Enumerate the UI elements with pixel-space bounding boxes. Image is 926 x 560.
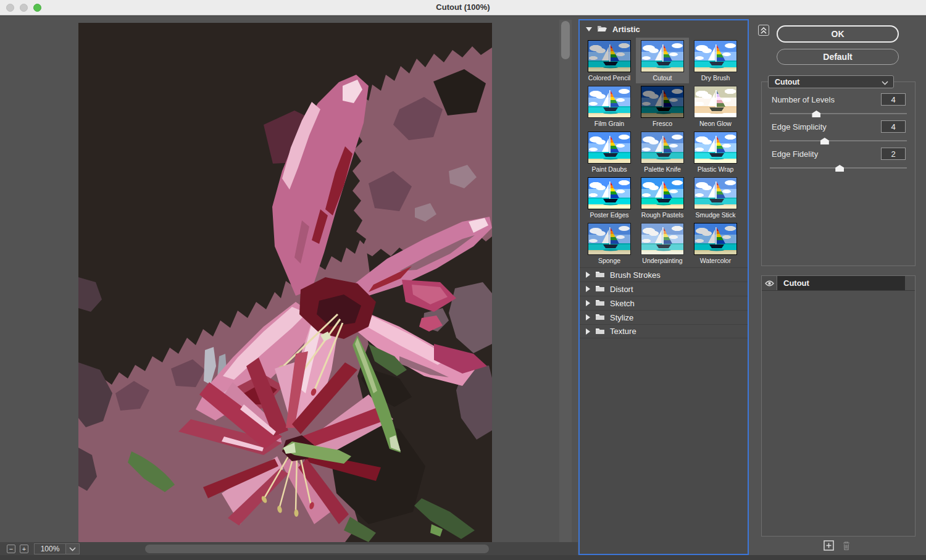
zoom-in-button[interactable]: +	[20, 545, 28, 553]
filter-thumb-film-grain[interactable]: Film Grain	[583, 83, 636, 129]
slider-thumb[interactable]	[820, 138, 829, 144]
filter-thumb-preview	[588, 132, 631, 164]
category-distort[interactable]: Distort	[580, 282, 748, 296]
expand-arrow-icon	[586, 300, 590, 306]
filter-thumb-rough-pastels[interactable]: Rough Pastels	[636, 175, 689, 220]
eye-icon	[765, 278, 774, 289]
filter-thumb-preview	[588, 86, 631, 118]
filter-thumb-preview	[641, 86, 684, 118]
zoom-out-button[interactable]: −	[7, 545, 15, 553]
filter-thumb-paint-daubs[interactable]: Paint Daubs	[583, 129, 636, 175]
slider-value-field[interactable]: 2	[881, 148, 906, 160]
category-label: Distort	[610, 285, 633, 294]
folder-closed-icon	[595, 326, 605, 337]
window-title: Cutout (100%)	[0, 2, 926, 12]
vertical-scrollbar-thumb[interactable]	[561, 21, 570, 59]
slider-thumb[interactable]	[835, 165, 844, 172]
collapse-arrow-icon	[586, 27, 592, 31]
effect-layers-panel: Cutout	[761, 275, 916, 537]
filter-thumb-neon-glow[interactable]: Neon Glow	[689, 83, 742, 129]
layer-actions	[749, 540, 926, 553]
filter-thumb-preview	[588, 223, 631, 255]
folder-closed-icon	[595, 298, 605, 309]
filter-thumb-label: Underpainting	[642, 257, 682, 264]
new-effect-layer-button[interactable]	[824, 540, 834, 553]
category-brush-strokes[interactable]: Brush Strokes	[580, 267, 748, 282]
filter-thumb-label: Dry Brush	[701, 74, 730, 81]
filter-thumb-preview	[641, 223, 684, 255]
dialog-content: − + 100% Artistic Colored PencilCutoutDr	[0, 15, 926, 560]
category-texture[interactable]: Texture	[580, 324, 748, 338]
preview-vertical-scrollbar[interactable]	[559, 20, 572, 542]
filter-thumb-label: Paint Daubs	[591, 165, 627, 173]
slider-edge-fidelity: Edge Fidelity2	[770, 145, 907, 172]
settings-panel: OK Default Cutout Number of Levels4Edge …	[749, 16, 926, 560]
category-label: Brush Strokes	[610, 270, 661, 280]
slider-track[interactable]	[770, 140, 907, 141]
category-list: Brush StrokesDistortSketchStylizeTexture	[580, 267, 748, 338]
filter-thumb-poster-edges[interactable]: Poster Edges	[583, 175, 636, 220]
preview-horizontal-scrollbar[interactable]	[145, 545, 489, 553]
category-sketch[interactable]: Sketch	[580, 296, 748, 310]
category-label: Artistic	[612, 25, 640, 34]
category-artistic[interactable]: Artistic	[580, 20, 748, 38]
window-bottom-edge	[0, 555, 926, 560]
folder-closed-icon	[595, 312, 605, 323]
slider-thumb[interactable]	[812, 111, 820, 117]
filter-thumb-plastic-wrap[interactable]: Plastic Wrap	[689, 129, 742, 175]
filter-thumb-preview	[694, 223, 737, 255]
zoom-level-value: 100%	[35, 544, 65, 554]
expand-arrow-icon	[586, 314, 590, 320]
filter-thumb-label: Film Grain	[594, 120, 624, 127]
filter-thumb-label: Palette Knife	[644, 165, 681, 173]
filter-thumb-label: Smudge Stick	[696, 211, 736, 219]
preview-statusbar: − + 100%	[0, 542, 578, 556]
filter-thumb-preview	[641, 132, 684, 164]
filter-thumb-fresco[interactable]: Fresco	[636, 83, 689, 129]
slider-number-of-levels: Number of Levels4	[770, 91, 907, 118]
zoom-level-select[interactable]: 100%	[34, 543, 80, 554]
slider-value-field[interactable]: 4	[881, 120, 906, 133]
filter-thumb-preview	[588, 177, 631, 209]
slider-value-field[interactable]: 4	[881, 93, 906, 106]
default-button[interactable]: Default	[777, 49, 899, 65]
folder-closed-icon	[595, 283, 605, 295]
sliders: Number of Levels4Edge Simplicity4Edge Fi…	[762, 91, 915, 172]
filter-thumb-preview	[641, 177, 684, 209]
slider-track[interactable]	[770, 113, 907, 114]
collapse-panel-button[interactable]	[758, 25, 769, 36]
filter-thumb-cutout[interactable]: Cutout	[636, 38, 689, 83]
filter-thumb-underpainting[interactable]: Underpainting	[636, 220, 689, 266]
effect-layer-row[interactable]: Cutout	[762, 276, 915, 291]
filter-gallery-panel: Artistic Colored PencilCutoutDry BrushFi…	[578, 19, 749, 555]
ok-button[interactable]: OK	[777, 25, 899, 43]
category-label: Sketch	[610, 299, 635, 308]
folder-open-icon	[597, 23, 607, 35]
filter-thumb-label: Watercolor	[700, 257, 731, 264]
filter-thumb-preview	[588, 40, 631, 72]
delete-effect-layer-button[interactable]	[841, 540, 851, 553]
slider-track[interactable]	[770, 167, 907, 169]
filter-grid: Colored PencilCutoutDry BrushFilm GrainF…	[583, 38, 745, 266]
layer-scroll-gutter	[905, 276, 915, 290]
expand-arrow-icon	[586, 328, 590, 335]
filter-thumb-smudge-stick[interactable]: Smudge Stick	[689, 175, 742, 220]
filter-thumb-label: Colored Pencil	[588, 74, 630, 81]
preview-image	[78, 23, 492, 542]
filter-thumb-sponge[interactable]: Sponge	[583, 220, 636, 266]
filter-thumb-colored-pencil[interactable]: Colored Pencil	[583, 38, 636, 83]
chevron-down-icon	[882, 77, 888, 88]
folder-closed-icon	[595, 269, 605, 280]
category-label: Texture	[610, 327, 636, 336]
filter-thumb-label: Rough Pastels	[641, 211, 683, 219]
filter-thumb-watercolor[interactable]: Watercolor	[689, 220, 742, 266]
filter-gallery-window: Cutout (100%)	[0, 0, 926, 560]
category-stylize[interactable]: Stylize	[580, 310, 748, 324]
filter-thumb-dry-brush[interactable]: Dry Brush	[689, 38, 742, 83]
filter-thumb-label: Neon Glow	[699, 120, 732, 127]
layer-visibility-toggle[interactable]	[762, 276, 777, 290]
filter-thumb-label: Poster Edges	[590, 211, 628, 219]
filter-select[interactable]: Cutout	[768, 75, 894, 88]
preview-area: − + 100%	[0, 16, 578, 556]
filter-thumb-palette-knife[interactable]: Palette Knife	[636, 129, 689, 175]
